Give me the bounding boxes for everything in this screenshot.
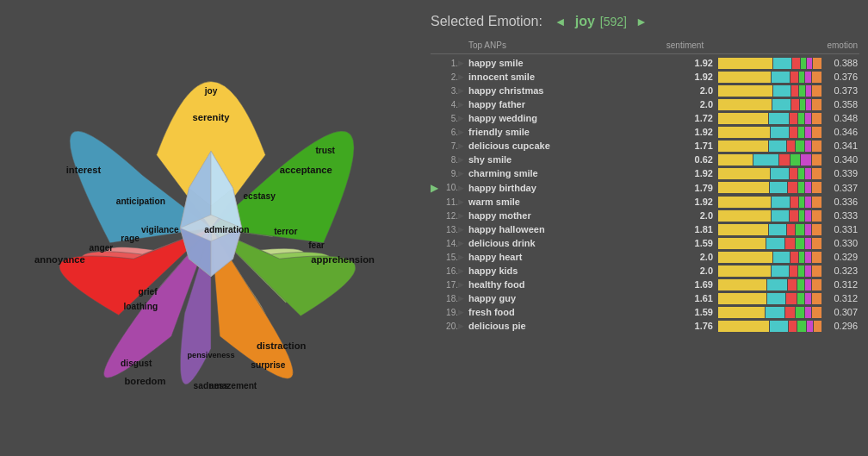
row-rank: 6. (443, 128, 458, 137)
row-emotion-value: 0.296 (822, 321, 859, 331)
row-bar (718, 252, 822, 263)
row-anp-name: happy father (468, 99, 685, 109)
row-expand-arrow[interactable]: ▶ (458, 141, 468, 150)
row-anp-name: friendly smile (468, 127, 685, 137)
row-emotion-value: 0.337 (822, 183, 859, 193)
row-bar (718, 127, 822, 138)
row-expand-arrow[interactable]: ▶ (458, 128, 468, 136)
row-expand-arrow[interactable]: ▶ (458, 72, 468, 81)
row-sentiment-value: 1.72 (685, 113, 718, 123)
table-row[interactable]: 19. ▶ fresh food 1.59 0.307 (431, 305, 859, 319)
table-row[interactable]: 17. ▶ healthy food 1.69 0.312 (431, 278, 859, 291)
table-row[interactable]: ▶ 10. ▶ happy birthday 1.79 0.337 (431, 180, 859, 195)
row-emotion-value: 0.388 (822, 58, 859, 68)
row-anp-name: charming smile (468, 168, 685, 178)
row-expand-arrow[interactable]: ▶ (458, 184, 468, 192)
row-sentiment-value: 1.92 (685, 72, 718, 82)
row-bar (718, 210, 822, 222)
row-sentiment-value: 2.0 (685, 265, 718, 276)
emotion-name: joy (575, 14, 595, 29)
row-sentiment-value: 1.92 (685, 58, 718, 68)
row-rank: 14. (443, 239, 458, 248)
row-expand-arrow[interactable]: ▶ (458, 308, 468, 316)
row-expand-arrow[interactable]: ▶ (458, 266, 468, 275)
row-anp-name: happy birthday (468, 183, 685, 193)
row-emotion-value: 0.329 (822, 252, 859, 262)
row-anp-name: delicious cupcake (468, 141, 685, 151)
row-expand-arrow[interactable]: ▶ (458, 239, 468, 247)
row-sentiment-value: 2.0 (685, 252, 718, 262)
row-sentiment-value: 1.69 (685, 279, 718, 290)
row-sentiment-value: 1.76 (685, 321, 718, 331)
header-top-anps: Top ANPs (468, 41, 657, 50)
row-rank: 9. (443, 169, 458, 178)
row-rank: 7. (443, 141, 458, 151)
table-row[interactable]: 8. ▶ shy smile 0.62 0.340 (431, 153, 859, 166)
row-rank: 8. (443, 155, 458, 165)
row-rank: 10. (443, 183, 458, 192)
row-anp-name: happy halloween (468, 224, 685, 234)
row-emotion-value: 0.323 (822, 265, 859, 276)
row-emotion-value: 0.358 (822, 99, 859, 109)
table-row[interactable]: 12. ▶ happy mother 2.0 0.333 (431, 209, 859, 222)
row-expand-arrow[interactable]: ▶ (458, 100, 468, 109)
table-row[interactable]: 7. ▶ delicious cupcake 1.71 0.341 (431, 139, 859, 153)
table-row[interactable]: 2. ▶ innocent smile 1.92 0.376 (431, 70, 859, 84)
table-row[interactable]: 3. ▶ happy christmas 2.0 0.373 (431, 84, 859, 97)
row-expand-arrow[interactable]: ▶ (458, 155, 468, 164)
row-bar (718, 168, 822, 179)
table-row[interactable]: 4. ▶ happy father 2.0 0.358 (431, 97, 859, 111)
row-rank: 15. (443, 253, 458, 262)
table-row[interactable]: 13. ▶ happy halloween 1.81 0.331 (431, 222, 859, 236)
boredom-label: boredom (124, 376, 165, 386)
row-expand-arrow[interactable]: ▶ (458, 225, 468, 234)
row-expand-arrow[interactable]: ▶ (458, 197, 468, 206)
row-rank: 11. (443, 197, 458, 207)
row-sentiment-value: 1.92 (685, 197, 718, 207)
row-sentiment-value: 2.0 (685, 99, 718, 109)
row-expand-arrow[interactable]: ▶ (458, 169, 468, 178)
row-rank: 13. (443, 225, 458, 234)
table-row[interactable]: 15. ▶ happy heart 2.0 0.329 (431, 250, 859, 264)
row-rank: 16. (443, 266, 458, 276)
row-emotion-value: 0.340 (822, 154, 859, 165)
row-anp-name: delicious drink (468, 238, 685, 248)
row-emotion-value: 0.333 (822, 210, 859, 221)
row-bar (718, 293, 822, 304)
row-anp-name: happy mother (468, 210, 685, 221)
row-expand-arrow[interactable]: ▶ (458, 114, 468, 122)
row-expand-arrow[interactable]: ▶ (458, 59, 468, 67)
table-row[interactable]: 5. ▶ happy wedding 1.72 0.348 (431, 111, 859, 125)
row-expand-arrow[interactable]: ▶ (458, 294, 468, 303)
table-header: Top ANPs sentiment emotion (431, 41, 859, 54)
row-sentiment-value: 1.59 (685, 238, 718, 248)
row-expand-arrow[interactable]: ▶ (458, 211, 468, 220)
selected-emotion-header: Selected Emotion: ◄ joy [592] ► (431, 13, 859, 30)
row-sentiment-value: 1.92 (685, 127, 718, 137)
row-expand-arrow[interactable]: ▶ (458, 253, 468, 261)
prev-emotion-button[interactable]: ◄ (551, 13, 570, 30)
table-row[interactable]: 20. ▶ delicious pie 1.76 0.296 (431, 319, 859, 333)
row-emotion-value: 0.312 (822, 293, 859, 303)
row-expand-arrow[interactable]: ▶ (458, 86, 468, 95)
table-row[interactable]: 16. ▶ happy kids 2.0 0.323 (431, 264, 859, 278)
row-anp-name: happy kids (468, 265, 685, 276)
header-emotion: emotion (816, 41, 859, 50)
table-row[interactable]: 18. ▶ happy guy 1.61 0.312 (431, 291, 859, 305)
row-bar (718, 182, 822, 193)
row-emotion-value: 0.341 (822, 141, 859, 151)
row-emotion-value: 0.339 (822, 168, 859, 178)
table-row[interactable]: 9. ▶ charming smile 1.92 0.339 (431, 166, 859, 180)
row-rank: 3. (443, 86, 458, 96)
row-bar (718, 224, 822, 235)
table-row[interactable]: 1. ▶ happy smile 1.92 0.388 (431, 56, 859, 70)
table-row[interactable]: 11. ▶ warm smile 1.92 0.336 (431, 195, 859, 209)
row-rank: 18. (443, 294, 458, 303)
table-row[interactable]: 14. ▶ delicious drink 1.59 0.330 (431, 236, 859, 250)
table-row[interactable]: 6. ▶ friendly smile 1.92 0.346 (431, 125, 859, 139)
row-rank: 19. (443, 308, 458, 317)
next-emotion-button[interactable]: ► (632, 13, 651, 30)
row-expand-arrow[interactable]: ▶ (458, 280, 468, 289)
row-expand-arrow[interactable]: ▶ (458, 322, 468, 330)
row-sentiment-value: 1.92 (685, 168, 718, 178)
